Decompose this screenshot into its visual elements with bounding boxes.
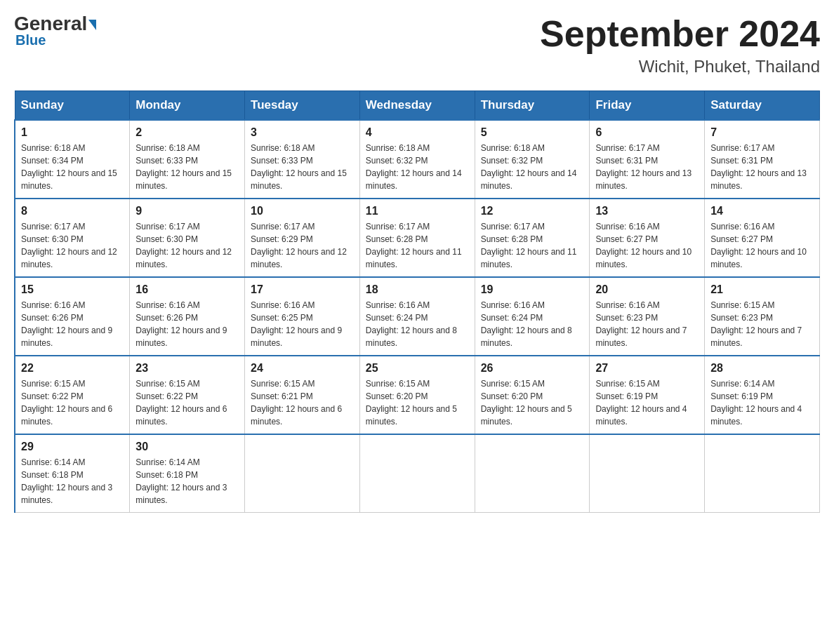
day-number: 15 [21,283,124,296]
calendar-cell: 3Sunrise: 6:18 AMSunset: 6:33 PMDaylight… [245,120,360,199]
day-number: 5 [481,126,584,139]
calendar-cell: 18Sunrise: 6:16 AMSunset: 6:24 PMDayligh… [359,277,475,356]
day-number: 20 [595,283,699,296]
calendar-cell: 27Sunrise: 6:15 AMSunset: 6:19 PMDayligh… [590,356,705,434]
day-of-week-wednesday: Wednesday [359,91,475,121]
page-header: General Blue September 2024 Wichit, Phuk… [14,14,820,76]
day-info: Sunrise: 6:16 AMSunset: 6:23 PMDaylight:… [595,299,699,349]
calendar-week-row: 8Sunrise: 6:17 AMSunset: 6:30 PMDaylight… [15,199,820,277]
day-info: Sunrise: 6:18 AMSunset: 6:32 PMDaylight:… [481,142,584,192]
day-of-week-saturday: Saturday [705,91,820,121]
calendar-cell: 22Sunrise: 6:15 AMSunset: 6:22 PMDayligh… [15,356,130,434]
day-of-week-monday: Monday [130,91,245,121]
calendar-header-row: SundayMondayTuesdayWednesdayThursdayFrid… [15,91,820,121]
calendar-week-row: 22Sunrise: 6:15 AMSunset: 6:22 PMDayligh… [15,356,820,434]
day-info: Sunrise: 6:15 AMSunset: 6:20 PMDaylight:… [481,377,584,428]
calendar-cell: 2Sunrise: 6:18 AMSunset: 6:33 PMDaylight… [130,120,245,199]
day-info: Sunrise: 6:17 AMSunset: 6:31 PMDaylight:… [595,142,699,192]
day-number: 26 [481,362,584,375]
logo-area: General Blue [14,14,96,48]
day-info: Sunrise: 6:14 AMSunset: 6:18 PMDaylight:… [135,456,239,507]
calendar-cell: 8Sunrise: 6:17 AMSunset: 6:30 PMDaylight… [15,199,130,277]
calendar-cell: 30Sunrise: 6:14 AMSunset: 6:18 PMDayligh… [130,434,245,513]
day-info: Sunrise: 6:15 AMSunset: 6:20 PMDaylight:… [366,377,469,428]
day-info: Sunrise: 6:18 AMSunset: 6:33 PMDaylight:… [251,142,354,192]
day-info: Sunrise: 6:17 AMSunset: 6:31 PMDaylight:… [710,142,814,192]
day-number: 7 [710,126,814,139]
day-of-week-thursday: Thursday [475,91,590,121]
day-info: Sunrise: 6:18 AMSunset: 6:32 PMDaylight:… [366,142,469,192]
calendar-cell: 1Sunrise: 6:18 AMSunset: 6:34 PMDaylight… [15,120,130,199]
day-info: Sunrise: 6:15 AMSunset: 6:19 PMDaylight:… [595,377,699,428]
day-info: Sunrise: 6:17 AMSunset: 6:30 PMDaylight:… [21,220,124,271]
calendar-cell: 10Sunrise: 6:17 AMSunset: 6:29 PMDayligh… [245,199,360,277]
calendar-cell: 24Sunrise: 6:15 AMSunset: 6:21 PMDayligh… [245,356,360,434]
logo-general-blue: General [14,14,96,34]
day-info: Sunrise: 6:15 AMSunset: 6:23 PMDaylight:… [710,299,814,349]
day-info: Sunrise: 6:16 AMSunset: 6:27 PMDaylight:… [595,220,699,271]
day-number: 29 [21,441,124,453]
title-area: September 2024 Wichit, Phuket, Thailand [540,14,820,76]
day-info: Sunrise: 6:16 AMSunset: 6:24 PMDaylight:… [481,299,584,349]
day-info: Sunrise: 6:18 AMSunset: 6:33 PMDaylight:… [135,142,239,192]
calendar-cell: 11Sunrise: 6:17 AMSunset: 6:28 PMDayligh… [359,199,475,277]
day-number: 13 [595,205,699,217]
day-of-week-friday: Friday [590,91,705,121]
day-number: 30 [135,441,239,453]
day-info: Sunrise: 6:17 AMSunset: 6:28 PMDaylight:… [366,220,469,271]
day-info: Sunrise: 6:15 AMSunset: 6:22 PMDaylight:… [21,377,124,428]
day-number: 12 [481,205,584,217]
calendar-cell: 17Sunrise: 6:16 AMSunset: 6:25 PMDayligh… [245,277,360,356]
day-info: Sunrise: 6:16 AMSunset: 6:26 PMDaylight:… [135,299,239,349]
calendar-cell: 19Sunrise: 6:16 AMSunset: 6:24 PMDayligh… [475,277,590,356]
day-info: Sunrise: 6:16 AMSunset: 6:25 PMDaylight:… [251,299,354,349]
month-year-title: September 2024 [540,14,820,54]
calendar-cell: 28Sunrise: 6:14 AMSunset: 6:19 PMDayligh… [705,356,820,434]
day-info: Sunrise: 6:17 AMSunset: 6:30 PMDaylight:… [135,220,239,271]
day-info: Sunrise: 6:16 AMSunset: 6:26 PMDaylight:… [21,299,124,349]
day-of-week-sunday: Sunday [15,91,130,121]
day-number: 3 [251,126,354,139]
day-info: Sunrise: 6:14 AMSunset: 6:19 PMDaylight:… [710,377,814,428]
calendar-cell: 20Sunrise: 6:16 AMSunset: 6:23 PMDayligh… [590,277,705,356]
calendar-cell [475,434,590,513]
calendar-cell: 12Sunrise: 6:17 AMSunset: 6:28 PMDayligh… [475,199,590,277]
day-number: 18 [366,283,469,296]
day-info: Sunrise: 6:17 AMSunset: 6:28 PMDaylight:… [481,220,584,271]
day-number: 2 [135,126,239,139]
day-number: 11 [366,205,469,217]
calendar-cell: 6Sunrise: 6:17 AMSunset: 6:31 PMDaylight… [590,120,705,199]
day-number: 16 [135,283,239,296]
day-info: Sunrise: 6:18 AMSunset: 6:34 PMDaylight:… [21,142,124,192]
calendar-cell [359,434,475,513]
day-number: 6 [595,126,699,139]
calendar-week-row: 1Sunrise: 6:18 AMSunset: 6:34 PMDaylight… [15,120,820,199]
calendar-cell: 15Sunrise: 6:16 AMSunset: 6:26 PMDayligh… [15,277,130,356]
calendar-cell: 29Sunrise: 6:14 AMSunset: 6:18 PMDayligh… [15,434,130,513]
calendar-cell: 9Sunrise: 6:17 AMSunset: 6:30 PMDaylight… [130,199,245,277]
calendar-week-row: 15Sunrise: 6:16 AMSunset: 6:26 PMDayligh… [15,277,820,356]
logo-blue-text: Blue [14,32,46,48]
day-number: 28 [710,362,814,375]
day-number: 23 [135,362,239,375]
day-info: Sunrise: 6:17 AMSunset: 6:29 PMDaylight:… [251,220,354,271]
calendar-cell: 16Sunrise: 6:16 AMSunset: 6:26 PMDayligh… [130,277,245,356]
day-number: 8 [21,205,124,217]
calendar-cell: 25Sunrise: 6:15 AMSunset: 6:20 PMDayligh… [359,356,475,434]
calendar-cell [590,434,705,513]
day-number: 24 [251,362,354,375]
calendar-cell [705,434,820,513]
calendar-cell: 26Sunrise: 6:15 AMSunset: 6:20 PMDayligh… [475,356,590,434]
day-number: 14 [710,205,814,217]
day-info: Sunrise: 6:14 AMSunset: 6:18 PMDaylight:… [21,456,124,507]
calendar-cell: 13Sunrise: 6:16 AMSunset: 6:27 PMDayligh… [590,199,705,277]
calendar-cell: 23Sunrise: 6:15 AMSunset: 6:22 PMDayligh… [130,356,245,434]
day-info: Sunrise: 6:15 AMSunset: 6:22 PMDaylight:… [135,377,239,428]
day-number: 27 [595,362,699,375]
day-number: 19 [481,283,584,296]
calendar-cell: 5Sunrise: 6:18 AMSunset: 6:32 PMDaylight… [475,120,590,199]
calendar-cell: 4Sunrise: 6:18 AMSunset: 6:32 PMDaylight… [359,120,475,199]
day-number: 4 [366,126,469,139]
day-number: 22 [21,362,124,375]
day-info: Sunrise: 6:15 AMSunset: 6:21 PMDaylight:… [251,377,354,428]
